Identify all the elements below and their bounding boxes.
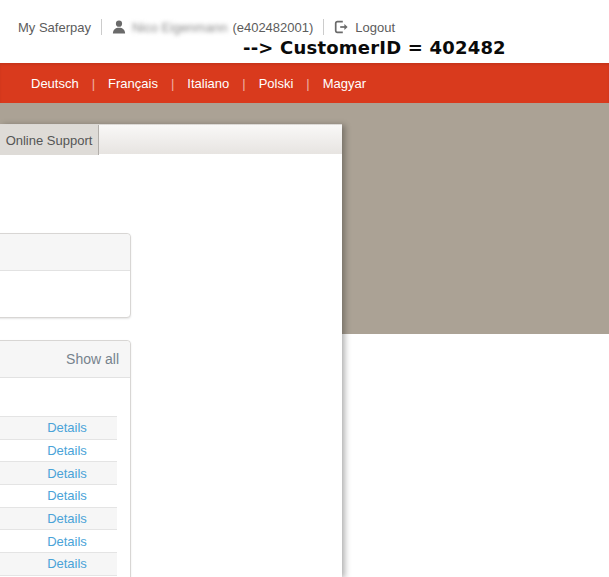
details-link[interactable]: Details — [17, 488, 117, 503]
language-link-francais[interactable]: Français — [108, 76, 158, 91]
details-link[interactable]: Details — [17, 511, 117, 526]
divider — [323, 19, 324, 35]
divider: | — [92, 76, 95, 91]
online-support-panel: Online Support Show all Details Details … — [0, 124, 342, 577]
table-row: Details — [0, 507, 117, 530]
table-row: Details — [0, 439, 117, 462]
logout-label: Logout — [355, 20, 395, 35]
support-card — [0, 233, 131, 318]
divider — [101, 19, 102, 35]
divider: | — [171, 76, 174, 91]
logout-button[interactable]: Logout — [334, 20, 395, 35]
support-list-card: Show all Details Details Details Details… — [0, 340, 131, 577]
table-row: Details — [0, 416, 117, 439]
details-link[interactable]: Details — [17, 556, 117, 571]
logout-icon — [334, 20, 349, 34]
divider: | — [306, 76, 309, 91]
table-row: Details — [0, 484, 117, 507]
language-link-italiano[interactable]: Italiano — [187, 76, 229, 91]
page: My Saferpay Nico Eigenmann (e402482001) — [0, 0, 609, 577]
details-link[interactable]: Details — [17, 466, 117, 481]
person-icon — [112, 20, 126, 34]
language-link-magyar[interactable]: Magyar — [323, 76, 366, 91]
details-link[interactable]: Details — [17, 534, 117, 549]
table-row: Details — [0, 529, 117, 552]
customer-id-annotation: --> CustomerID = 402482 — [243, 37, 506, 58]
language-link-deutsch[interactable]: Deutsch — [31, 76, 79, 91]
top-bar: My Saferpay Nico Eigenmann (e402482001) — [0, 0, 609, 63]
show-all-link[interactable]: Show all — [66, 351, 119, 367]
details-link[interactable]: Details — [17, 443, 117, 458]
divider: | — [242, 76, 245, 91]
tab-online-support[interactable]: Online Support — [0, 125, 99, 155]
tab-strip: Online Support — [0, 124, 342, 154]
table-row: Details — [0, 552, 117, 575]
user-id: (e402482001) — [232, 20, 313, 35]
my-saferpay-link[interactable]: My Saferpay — [18, 20, 91, 35]
user-account-menu[interactable]: Nico Eigenmann (e402482001) — [112, 20, 313, 35]
user-name-redacted: Nico Eigenmann — [132, 20, 227, 35]
support-card-header — [0, 234, 130, 271]
table-header-spacer — [0, 378, 130, 416]
support-items-table: Details Details Details Details Details … — [0, 416, 117, 577]
support-list-header: Show all — [0, 341, 130, 378]
details-link[interactable]: Details — [17, 420, 117, 435]
table-row: Details — [0, 461, 117, 484]
language-bar: Deutsch | Français | Italiano | Polski |… — [0, 63, 609, 103]
language-link-polski[interactable]: Polski — [259, 76, 294, 91]
